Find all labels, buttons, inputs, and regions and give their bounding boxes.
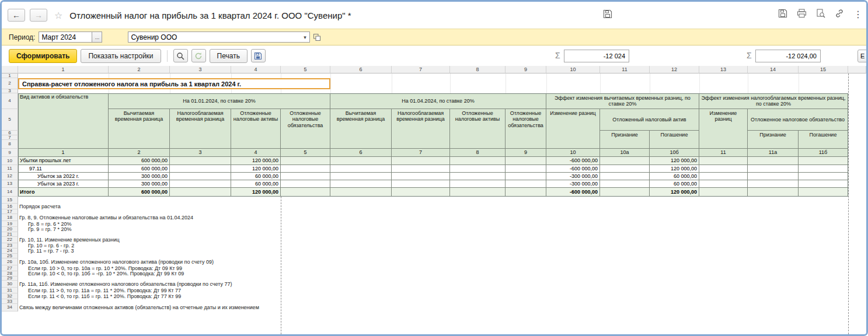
col-header[interactable]: 6 [330, 66, 392, 74]
print-button[interactable]: Печать [210, 49, 247, 63]
search-button[interactable] [173, 49, 188, 62]
cell[interactable] [699, 173, 748, 180]
col-header[interactable]: 4 [231, 66, 281, 74]
cell[interactable] [699, 180, 748, 188]
header-sub[interactable]: Вычитаемая временная разница [109, 109, 170, 149]
corner-cell[interactable] [2, 66, 18, 74]
refresh-button[interactable] [191, 49, 206, 62]
cell[interactable] [748, 188, 799, 197]
note-line[interactable]: Гр. 11 = гр. 7 - гр. 3 [18, 249, 699, 254]
header-sub[interactable]: Отложенные налоговые активы [450, 109, 506, 149]
cell[interactable] [748, 157, 799, 165]
cell[interactable] [392, 180, 450, 188]
cell[interactable] [330, 173, 392, 180]
get-link-icon[interactable] [835, 9, 844, 20]
cell-label[interactable]: 97.11 [18, 165, 109, 173]
cell[interactable]: 60 000,00 [231, 173, 281, 180]
row-header[interactable]: 5 [2, 109, 18, 131]
cell[interactable] [799, 180, 848, 188]
colnum-cell[interactable]: 11а [748, 149, 799, 157]
open-organization-icon[interactable] [313, 33, 321, 41]
cell[interactable] [450, 180, 506, 188]
row-header[interactable]: 21 [2, 232, 18, 237]
col-header[interactable]: 12 [650, 66, 699, 74]
row-header[interactable]: 2 [2, 78, 18, 89]
colnum-cell[interactable]: 8 [450, 149, 506, 157]
colnum-cell[interactable]: 11б [799, 149, 848, 157]
cell[interactable]: 120 000,00 [650, 188, 699, 197]
cell[interactable] [699, 188, 748, 197]
cell[interactable] [506, 188, 546, 197]
header-sub[interactable]: Налогооблагаемая временная разница [170, 109, 231, 149]
note-line[interactable]: Гр. 11а, 11б. Изменение отложенного нало… [18, 281, 699, 288]
cell[interactable] [799, 165, 848, 173]
header-sub[interactable]: Отложенные налоговые активы [231, 109, 281, 149]
row-header[interactable]: 25 [2, 254, 18, 258]
cell[interactable]: -600 000,00 [546, 165, 600, 173]
row-header[interactable]: 1 [2, 74, 18, 78]
col-header[interactable]: 11 [600, 66, 650, 74]
header-kind[interactable]: Вид активов и обязательств [18, 93, 109, 149]
header-sub[interactable]: Погашение [799, 131, 848, 149]
note-line[interactable]: Гр. 9 = гр. 7 * 20% [18, 227, 699, 232]
cell[interactable] [330, 180, 392, 188]
more-menu-icon[interactable]: ⋮ [853, 10, 863, 19]
row-header[interactable]: 19 [2, 221, 18, 227]
report-title-cell[interactable]: Справка-расчет отложенного налога на при… [18, 78, 330, 89]
cell[interactable] [170, 157, 231, 165]
header-sub[interactable]: Отложенное налоговое обязательство [748, 109, 848, 131]
colnum-cell[interactable]: 5 [281, 149, 330, 157]
cell[interactable] [450, 165, 506, 173]
cell[interactable] [600, 173, 650, 180]
cell[interactable] [392, 165, 450, 173]
colnum-cell[interactable]: 10б [650, 149, 699, 157]
header-sub[interactable]: Налогооблагаемая временная разница [392, 109, 450, 149]
cell[interactable] [799, 188, 848, 197]
cell[interactable] [450, 157, 506, 165]
row-header[interactable]: 8 [2, 140, 18, 149]
col-header[interactable]: 7 [392, 66, 450, 74]
show-settings-button[interactable]: Показать настройки [81, 49, 161, 63]
note-line[interactable]: Связь между величинами отложенных активо… [18, 304, 699, 312]
row-header[interactable]: 9 [2, 149, 18, 157]
cell[interactable] [748, 165, 799, 173]
col-header[interactable] [848, 66, 866, 74]
cell[interactable]: 60 000,00 [650, 173, 699, 180]
header-group-2[interactable]: На 01.04.2024, по ставке 20% [330, 93, 546, 109]
sum-field-2[interactable] [755, 50, 821, 62]
row-header[interactable]: 34 [2, 304, 18, 312]
cell[interactable]: 60 000,00 [650, 180, 699, 188]
cell[interactable] [506, 165, 546, 173]
note-line[interactable]: Гр. 10, 11. Изменение временных разниц [18, 237, 699, 243]
row-header[interactable]: 33 [2, 299, 18, 304]
col-header[interactable]: 13 [699, 66, 748, 74]
note-line[interactable]: Если гр. 11 > 0, то гр. 11а = гр. 11 * 2… [18, 288, 699, 293]
cell[interactable]: 600 000,00 [109, 165, 170, 173]
row-header[interactable]: 11 [2, 165, 18, 173]
row-header[interactable]: 17 [2, 209, 18, 214]
cell[interactable]: 600 000,00 [109, 157, 170, 165]
col-header[interactable]: 10 [546, 66, 600, 74]
cell[interactable] [170, 165, 231, 173]
row-header[interactable]: 14 [2, 188, 18, 197]
note-line[interactable]: Гр. 8 = гр. 6 * 20% [18, 221, 699, 227]
cell[interactable] [600, 165, 650, 173]
header-sub[interactable]: Отложенные налоговые обязательства [281, 109, 330, 149]
cell[interactable] [330, 157, 392, 165]
row-header[interactable]: 15 [2, 197, 18, 204]
note-line[interactable]: Если гр. 11 < 0, то гр. 11б = гр. 11 * 2… [18, 293, 699, 299]
cell[interactable] [799, 157, 848, 165]
save-icon[interactable] [603, 9, 612, 21]
header-sub[interactable]: Погашение [650, 131, 699, 149]
cell[interactable] [170, 180, 231, 188]
col-header[interactable]: 3 [170, 66, 231, 74]
cell[interactable]: -300 000,00 [546, 173, 600, 180]
cell[interactable]: 600 000,00 [109, 188, 170, 197]
cell[interactable] [600, 157, 650, 165]
row-header[interactable]: 18 [2, 214, 18, 221]
row-header[interactable]: 4 [2, 93, 18, 109]
cell[interactable]: 60 000,00 [231, 180, 281, 188]
print-preview-icon[interactable] [816, 9, 825, 20]
header-sub[interactable]: Изменение разниц [699, 109, 748, 149]
row-header[interactable]: 20 [2, 227, 18, 232]
